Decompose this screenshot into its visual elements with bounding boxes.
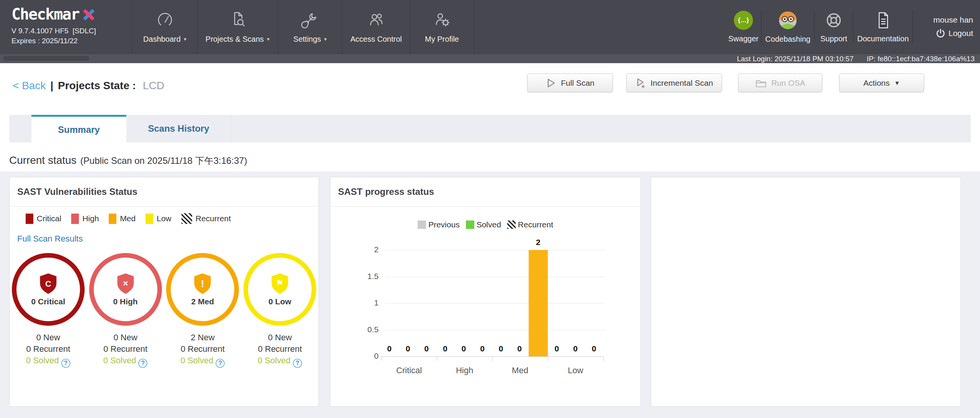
checkmarx-brand: Checkmar V 9.7.4.1007 HF5 [SDLC] Expires… [11, 5, 126, 45]
severity-col-high: ✕ 0 High 0 New 0 Recurrent 0 Solved? [87, 253, 164, 368]
chevron-down-icon: ▾ [267, 36, 270, 42]
incremental-scan-button[interactable]: Incremental Scan [626, 73, 722, 92]
x-axis-tick [437, 356, 437, 361]
gridline [385, 250, 605, 250]
bar-value-label: 0 [493, 344, 509, 353]
nav-projects-scans[interactable]: Projects & Scans▾ [197, 0, 278, 54]
util-codebashing[interactable]: Codebashing [761, 0, 814, 54]
help-icon[interactable]: ? [293, 359, 302, 368]
help-icon[interactable]: ? [138, 359, 147, 368]
y-axis-tick-label: 2 [359, 245, 379, 254]
logo-x-icon [81, 7, 96, 22]
x-axis-category-label: Critical [386, 366, 432, 376]
app-header: Checkmar V 9.7.4.1007 HF5 [SDLC] Expires… [0, 0, 980, 54]
nav-access-control[interactable]: Access Control [342, 0, 410, 54]
high-new: 0 New [87, 332, 164, 343]
util-swagger[interactable]: {…} Swagger [726, 0, 761, 54]
util-support-label: Support [820, 34, 847, 43]
legend-label: High [82, 214, 99, 223]
low-recurrent: 0 Recurrent [241, 343, 318, 355]
incremental-scan-label: Incremental Scan [650, 78, 713, 88]
current-status-label: Current status [9, 154, 77, 167]
card-title: SAST Vulnerabilities Status [17, 186, 137, 197]
scrollbar-thumb[interactable] [3, 56, 89, 61]
run-osa-label: Run OSA [771, 78, 805, 88]
gridline [385, 303, 605, 304]
document-search-icon [229, 10, 247, 29]
legend-swatch-critical [26, 214, 33, 224]
critical-count: 0 Critical [31, 297, 65, 306]
legend-swatch-recurrent [181, 213, 192, 224]
bar-value-label: 2 [531, 238, 546, 247]
nav-access-control-label: Access Control [350, 35, 402, 44]
bar-value-label: 0 [586, 344, 602, 353]
breadcrumb: < Back | Projects State : LCD [13, 75, 164, 96]
power-icon [936, 28, 946, 38]
checkmarx-logo: Checkmar [11, 5, 126, 23]
tab-summary[interactable]: Summary [31, 115, 126, 142]
user-box: mouse han Logout [933, 0, 973, 54]
username-label: mouse han [933, 15, 973, 24]
critical-new: 0 New [10, 332, 87, 343]
high-recurrent: 0 Recurrent [87, 343, 164, 355]
svg-text:✕: ✕ [122, 279, 128, 287]
back-link[interactable]: < Back [13, 80, 46, 92]
logo-text: Checkmar [11, 5, 79, 23]
nav-settings[interactable]: Settings▾ [278, 0, 342, 54]
nav-dashboard[interactable]: Dashboard▾ [132, 0, 197, 54]
run-osa-button[interactable]: Run OSA [738, 73, 822, 92]
legend-label: Critical [37, 214, 61, 223]
util-documentation[interactable]: Documentation [853, 0, 913, 54]
svg-text:!: ! [201, 278, 204, 289]
med-solved: 0 Solved [181, 356, 214, 365]
actions-button[interactable]: Actions ▼ [839, 73, 924, 92]
legend-swatch-high [71, 214, 79, 224]
nav-projects-scans-label: Projects & Scans [206, 35, 264, 44]
med-shield-icon: ! [193, 273, 212, 295]
util-codebashing-label: Codebashing [765, 35, 810, 44]
tab-scans-history[interactable]: Scans History [126, 115, 231, 142]
med-ring: ! 2 Med [166, 253, 239, 326]
play-icon [546, 78, 556, 88]
legend-label: Recurrent [196, 214, 231, 223]
svg-text:C: C [45, 279, 51, 289]
full-scan-button[interactable]: Full Scan [527, 73, 613, 92]
version-label: V 9.7.4.1007 HF5 [SDLC] [11, 27, 126, 35]
wrench-icon [301, 10, 319, 29]
gridline [385, 330, 605, 330]
y-axis-tick-label: 0.5 [359, 325, 379, 334]
user-gear-icon [433, 10, 451, 29]
help-icon[interactable]: ? [216, 359, 225, 368]
actions-label: Actions [863, 78, 890, 88]
chevron-down-icon: ▾ [184, 36, 186, 42]
page-title: Projects State : [58, 80, 136, 92]
y-axis-tick-label: 1 [359, 298, 379, 307]
current-status-heading: Current status (Public Scan on 2025/11/1… [9, 154, 247, 167]
legend-swatch-med [109, 214, 116, 224]
bar-value-label: 0 [438, 344, 453, 353]
help-icon[interactable]: ? [61, 359, 70, 368]
owl-icon [778, 10, 798, 30]
full-scan-results-link[interactable]: Full Scan Results [17, 234, 83, 244]
bar-value-label: 0 [475, 344, 490, 353]
svg-text:⚑: ⚑ [276, 279, 284, 288]
x-axis-tick [603, 356, 604, 361]
legend-label: Med [120, 214, 136, 223]
bar-value-label: 0 [382, 344, 397, 353]
x-axis-tick [492, 356, 493, 361]
breadcrumb-separator: | [50, 80, 53, 92]
nav-my-profile[interactable]: My Profile [410, 0, 474, 54]
nav-dashboard-label: Dashboard [143, 35, 181, 44]
util-support[interactable]: Support [815, 0, 853, 54]
logout-button[interactable]: Logout [936, 28, 973, 38]
low-shield-icon: ⚑ [270, 273, 290, 295]
folder-icon [755, 78, 767, 88]
med-count: 2 Med [191, 297, 214, 306]
sast-vulnerabilities-card: SAST Vulnerabilities Status Critical Hig… [9, 177, 319, 407]
tab-bar: Summary Scans History [9, 115, 971, 142]
nav-my-profile-label: My Profile [425, 35, 459, 44]
severity-col-low: ⚑ 0 Low 0 New 0 Recurrent 0 Solved? [241, 253, 318, 368]
low-ring: ⚑ 0 Low [243, 253, 316, 326]
severity-col-critical: C 0 Critical 0 New 0 Recurrent 0 Solved? [10, 253, 87, 368]
bar-med-new [529, 250, 548, 356]
